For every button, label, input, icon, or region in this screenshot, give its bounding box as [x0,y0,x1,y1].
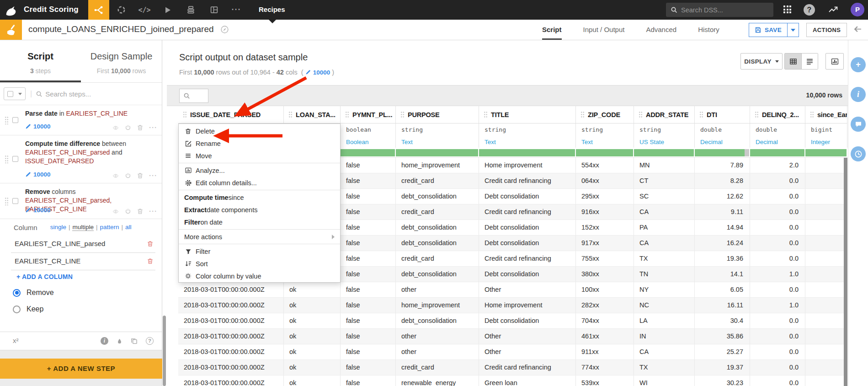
step-checkbox[interactable] [12,198,18,204]
column-name-field[interactable]: EARLIEST_CR_LINE [11,253,155,270]
dataiku-logo-icon[interactable] [4,4,18,16]
column-mode-all[interactable]: all [125,224,132,231]
info-icon[interactable]: i [101,337,108,345]
drag-handle-icon[interactable] [5,155,9,163]
menu-item-extract-date-components[interactable]: Extract date components [179,204,340,216]
menu-item-color-column-by-value[interactable]: Color column by value [179,270,340,282]
tab-history[interactable]: History [698,20,719,40]
menu-item-edit-column-details[interactable]: Edit column details... [179,177,340,189]
column-meaning[interactable]: Text [479,136,576,148]
flow-nav-tile[interactable] [88,0,109,20]
step-rows-badge[interactable]: 10000 [25,171,51,178]
eye-icon[interactable] [112,209,119,214]
more-actions-icon[interactable]: ··· [149,173,157,178]
more-nav-icon[interactable]: ··· [229,0,244,20]
menu-item-move[interactable]: Move [179,150,340,162]
power-icon[interactable] [125,208,131,214]
step-checkbox[interactable] [12,117,18,123]
search-steps-input[interactable] [45,90,128,98]
sample-rows-badge[interactable]: 10000 [305,69,330,76]
script-step[interactable]: Compute time difference between EARLIEST… [0,135,162,183]
radio-icon[interactable] [13,306,21,313]
copy-icon[interactable] [131,338,138,344]
eye-icon[interactable] [112,173,119,179]
drag-handle-icon[interactable] [5,116,9,124]
delete-column-icon[interactable] [147,240,154,247]
script-step[interactable]: Remove columns EARLIEST_CR_LINE_parsed, … [0,183,162,219]
tab-advanced[interactable]: Advanced [646,20,676,40]
trending-icon[interactable] [828,5,838,14]
table-scrollbar[interactable] [844,158,847,386]
step-rows-badge[interactable]: 10000 [25,123,51,130]
menu-item-compute-time-since[interactable]: Compute time since [179,191,340,204]
trash-icon[interactable] [137,208,144,215]
radio-icon[interactable] [13,289,21,297]
column-header[interactable]: TITLE [479,106,576,123]
column-meaning[interactable]: Decimal [695,136,750,148]
column-name-field[interactable]: EARLIEST_CR_LINE_parsed [11,236,155,253]
menu-item-delete[interactable]: Delete [179,125,340,137]
table-row[interactable]: 2018-03-01T00:00:00.000Zokfalsecredit_ca… [178,360,847,375]
menu-item-filter[interactable]: Filter [179,245,340,257]
code-icon[interactable]: </> [137,0,152,20]
display-menu-button[interactable]: DISPLAY [740,53,783,70]
project-title[interactable]: Credit Scoring [24,5,79,14]
column-header[interactable]: since_Earli [805,106,847,123]
column-meaning[interactable]: Integer [805,136,847,148]
power-icon[interactable] [125,124,131,131]
column-mode-pattern[interactable]: pattern [100,224,119,231]
table-row[interactable]: 2018-03-01T00:00:00.000Zokfalsedebt_cons… [178,313,847,329]
add-column-button[interactable]: + ADD A COLUMN [16,273,73,280]
column-meaning[interactable]: Text [576,136,634,148]
delete-column-icon[interactable] [147,257,154,265]
column-header[interactable]: ISSUE_DATE_PARSED [178,106,284,123]
column-meaning[interactable]: Boolean [341,136,396,148]
column-header[interactable]: PYMNT_PL... [341,106,396,123]
charts-button[interactable] [825,53,844,70]
power-icon[interactable] [125,172,131,179]
more-actions-icon[interactable]: ··· [149,209,157,214]
help-icon[interactable]: ? [804,4,815,16]
radio-option-remove[interactable]: Remove [13,288,54,298]
droplet-icon[interactable] [117,338,122,345]
script-step[interactable]: Parse date in EARLIEST_CR_LINE10000··· [0,105,162,135]
column-header[interactable]: ADDR_STATE [634,106,695,123]
sidebar-scrollbar[interactable] [163,316,166,386]
breadcrumb-section-label[interactable]: Recipes [259,5,285,13]
add-panel-icon[interactable]: + [851,57,866,72]
apps-grid-icon[interactable] [783,5,793,14]
column-meaning[interactable]: US State [634,136,695,148]
dashboard-icon[interactable] [206,0,222,20]
table-view-button[interactable] [785,54,801,69]
column-meaning[interactable]: Decimal [750,136,805,148]
details-info-icon[interactable]: i [851,87,866,102]
tab-script[interactable]: Script 3 steps [0,40,81,75]
avatar[interactable]: P [851,3,864,16]
table-search-box[interactable] [179,89,208,103]
menu-item-filter-on-date[interactable]: Filter on date [179,216,340,228]
column-header[interactable]: DELINQ_2... [750,106,805,123]
column-header[interactable]: LOAN_STA... [284,106,341,123]
global-search-input[interactable] [681,6,763,14]
eye-icon[interactable] [112,125,119,131]
collapse-panel-arrow-icon[interactable] [852,24,863,35]
column-mode-single[interactable]: single [50,224,66,231]
menu-item-rename[interactable]: Rename [179,137,340,150]
table-row[interactable]: 2018-03-01T00:00:00.000ZokfalseotherOthe… [178,282,847,298]
column-mode-multiple[interactable]: multiple [72,224,94,231]
global-search[interactable] [666,3,773,17]
column-header[interactable]: PURPOSE [396,106,479,123]
table-row[interactable]: 2018-03-01T00:00:00.000Zokfalsehome_impr… [178,298,847,313]
discussions-icon[interactable] [851,117,866,132]
play-icon[interactable] [160,0,176,20]
menu-item-more-actions[interactable]: More actions [179,231,340,243]
menu-item-analyze[interactable]: Analyze... [179,164,340,177]
list-view-button[interactable] [801,54,818,69]
tab-input-output[interactable]: Input / Output [583,20,625,40]
lab-icon[interactable] [113,0,129,20]
menu-item-sort[interactable]: Sort [179,257,340,270]
trash-icon[interactable] [137,124,144,131]
tab-script[interactable]: Script [542,20,562,40]
column-header[interactable]: DTI [695,106,750,123]
tab-design-sample[interactable]: Design Sample First 10,000 rows [81,40,162,75]
